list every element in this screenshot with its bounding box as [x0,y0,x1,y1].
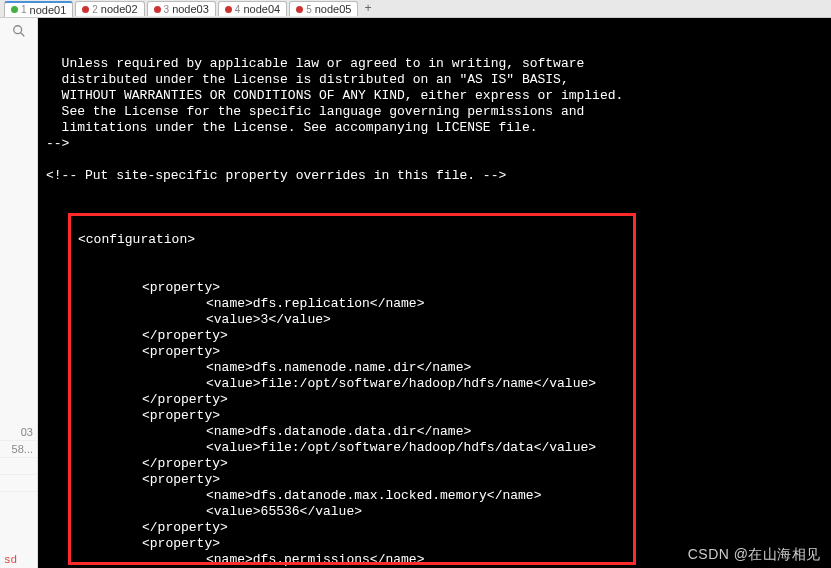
status-dot-icon [296,6,303,13]
license-line [38,184,831,200]
tab-bar: 1 node01 2 node02 3 node03 4 node04 5 no… [0,0,831,18]
watermark: CSDN @在山海相见 [688,546,821,564]
sidebar: 03 58... sd [0,18,38,568]
tab-label: node03 [172,3,209,15]
license-line: See the License for the specific languag… [38,104,831,120]
tab-node05[interactable]: 5 node05 [289,1,358,16]
svg-point-0 [13,26,21,34]
tab-num: 1 [21,4,27,15]
license-line [38,152,831,168]
property-close: </property> [38,328,831,344]
sidebar-bottom-label: sd [4,554,17,566]
status-dot-icon [154,6,161,13]
tab-node03[interactable]: 3 node03 [147,1,216,16]
tab-node02[interactable]: 2 node02 [75,1,144,16]
sidebar-row [0,475,37,492]
tab-num: 3 [164,4,170,15]
sidebar-row: 58... [0,441,37,458]
tab-node01[interactable]: 1 node01 [4,1,73,17]
property-value: <value>file:/opt/software/hadoop/hdfs/da… [38,440,831,456]
license-line: distributed under the License is distrib… [38,72,831,88]
sidebar-row: 03 [0,424,37,441]
property-close: </property> [38,520,831,536]
tab-label: node01 [30,4,67,16]
tab-num: 2 [92,4,98,15]
license-line: WITHOUT WARRANTIES OR CONDITIONS OF ANY … [38,88,831,104]
license-line: --> [38,136,831,152]
terminal[interactable]: Unless required by applicable law or agr… [38,18,831,568]
property-name: <name>dfs.datanode.data.dir</name> [38,424,831,440]
property-value: <value>file:/opt/software/hadoop/hdfs/na… [38,376,831,392]
property-open: <property> [38,408,831,424]
property-value: <value>65536</value> [38,504,831,520]
property-name: <name>dfs.datanode.max.locked.memory</na… [38,488,831,504]
license-line: Unless required by applicable law or agr… [38,56,831,72]
property-open: <property> [38,280,831,296]
license-line: limitations under the License. See accom… [38,120,831,136]
tab-label: node04 [243,3,280,15]
tab-num: 5 [306,4,312,15]
property-value: <value>3</value> [38,312,831,328]
properties-block: <property><name>dfs.replication</name><v… [38,280,831,568]
svg-line-1 [20,33,24,37]
status-dot-icon [82,6,89,13]
tab-label: node02 [101,3,138,15]
tab-label: node05 [315,3,352,15]
property-open: <property> [38,472,831,488]
property-name: <name>dfs.namenode.name.dir</name> [38,360,831,376]
tab-node04[interactable]: 4 node04 [218,1,287,16]
property-name: <name>dfs.replication</name> [38,296,831,312]
config-open: <configuration> [38,232,831,248]
property-close: </property> [38,456,831,472]
add-tab-button[interactable]: + [360,2,375,16]
license-block: Unless required by applicable law or agr… [38,56,831,200]
status-dot-icon [11,6,18,13]
search-icon[interactable] [12,24,26,38]
property-open: <property> [38,344,831,360]
property-close: </property> [38,392,831,408]
sidebar-row [0,458,37,475]
status-dot-icon [225,6,232,13]
license-line: <!-- Put site-specific property override… [38,168,831,184]
tab-num: 4 [235,4,241,15]
